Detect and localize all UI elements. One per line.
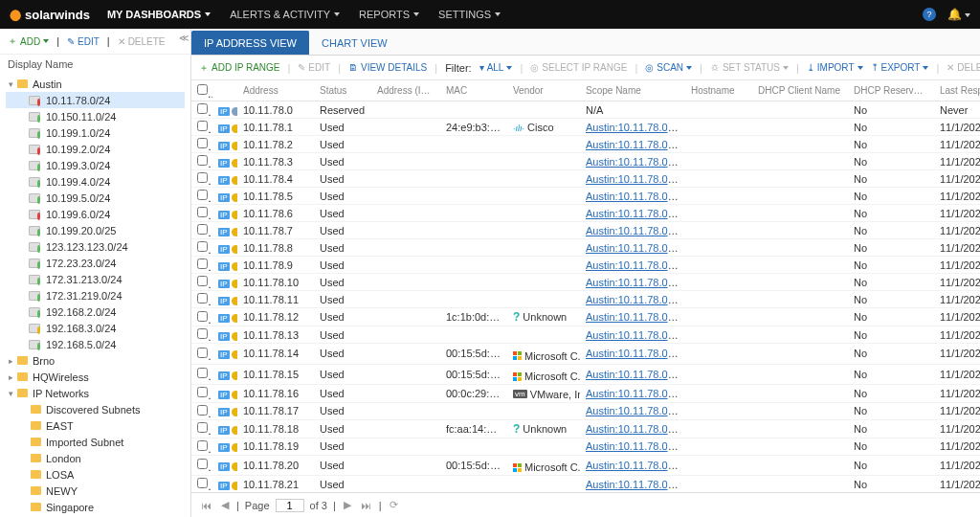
import-button[interactable]: ⤓ IMPORT [807,62,863,73]
scope-link[interactable]: Austin:10.11.78.0/24 [586,173,682,185]
tree-subnet-10-199-4-0-24[interactable]: 10.199.4.0/24 [6,173,185,190]
scope-link[interactable]: Austin:10.11.78.0/24 [586,242,682,254]
row-checkbox[interactable] [197,241,208,252]
col-header[interactable]: DHCP Reservation [848,80,934,101]
select-all-checkbox[interactable] [197,84,208,95]
table-row[interactable]: IP10.11.78.16Used00:0c:29:c6...vm VMware… [191,385,980,403]
row-checkbox[interactable] [197,459,208,469]
tree-subnet-10-199-5-0-24[interactable]: 10.199.5.0/24 [6,190,185,206]
table-row[interactable]: IP10.11.78.13UsedAustin:10.11.78.0/24No1… [191,326,980,344]
table-row[interactable]: IP10.11.78.11UsedAustin:10.11.78.0/24No1… [191,291,980,308]
tree-subnet-123-123-123-0-24[interactable]: 123.123.123.0/24 [6,238,185,255]
page-prev-button[interactable]: ◀ [219,499,231,511]
col-header[interactable] [191,80,212,101]
tree-subnet-192-168-3-0-24[interactable]: 192.168.3.0/24 [6,320,185,336]
table-row[interactable]: IP10.11.78.14Used00:15:5d:d1... Microsof… [191,344,980,365]
scope-link[interactable]: Austin:10.11.78.0/24 [586,294,682,305]
ip-table-wrap[interactable]: AddressStatusAddress (IPv6)MACVendorScop… [191,80,980,492]
tree-subnet-10-199-1-0-24[interactable]: 10.199.1.0/24 [6,124,185,141]
export-button[interactable]: ⤒ EXPORT [871,62,929,73]
row-checkbox[interactable] [197,103,208,114]
tree-folder-east[interactable]: EAST [6,417,185,434]
page-last-button[interactable]: ⏭ [359,500,373,511]
row-checkbox[interactable] [197,207,208,217]
scope-link[interactable]: Austin:10.11.78.0/24 [586,208,682,219]
tree-subnet-10-150-11-0-24[interactable]: 10.150.11.0/24 [6,108,185,124]
tree-folder-imported-subnet[interactable]: Imported Subnet [6,434,185,450]
scope-link[interactable]: Austin:10.11.78.0/24 [586,479,682,490]
filter-all-button[interactable]: ▾ ALL [479,62,513,73]
sidebar-delete-button[interactable]: ✕ DELETE [118,36,166,47]
scan-button[interactable]: ◎ SCAN [645,62,692,73]
table-row[interactable]: IP10.11.78.5UsedAustin:10.11.78.0/24No11… [191,188,980,205]
select-ip-range-button[interactable]: ◎ SELECT IP RANGE [530,62,627,73]
tree-subnet-10-199-6-0-24[interactable]: 10.199.6.0/24 [6,206,185,222]
table-row[interactable]: IP10.11.78.10UsedAustin:10.11.78.0/24No1… [191,274,980,291]
nav-item-my-dashboards[interactable]: MY DASHBOARDS [107,9,211,20]
row-checkbox[interactable] [197,422,208,433]
tree-folder-brno[interactable]: ▸Brno [6,352,185,369]
row-checkbox[interactable] [197,138,208,148]
tab-ip-address-view[interactable]: IP ADDRESS VIEW [191,31,309,55]
tree-subnet-10-11-78-0-24[interactable]: 10.11.78.0/24 [6,92,185,108]
row-checkbox[interactable] [197,311,208,322]
row-checkbox[interactable] [197,155,208,166]
collapse-sidebar-button[interactable]: ≪ [179,33,189,43]
add-ip-range-button[interactable]: ＋ ADD IP RANGE [199,61,280,75]
nav-item-reports[interactable]: REPORTS [359,9,419,20]
tree-folder-newy[interactable]: NEWY [6,483,185,499]
table-row[interactable]: IP10.11.78.4UsedAustin:10.11.78.0/24No11… [191,170,980,188]
table-row[interactable]: IP10.11.78.9UsedAustin:10.11.78.0/24No11… [191,257,980,274]
row-checkbox[interactable] [197,293,208,303]
row-checkbox[interactable] [197,440,208,451]
row-checkbox[interactable] [197,172,208,183]
help-button[interactable]: ? [923,8,936,21]
scope-link[interactable]: Austin:10.11.78.0/24 [586,405,682,416]
scope-link[interactable]: Austin:10.11.78.0/24 [586,369,682,380]
col-header[interactable]: Address [237,80,314,101]
scope-link[interactable]: Austin:10.11.78.0/24 [586,311,682,323]
scope-link[interactable]: Austin:10.11.78.0/24 [586,460,682,471]
tree-folder-discovered-subnets[interactable]: Discovered Subnets [6,401,185,417]
scope-link[interactable]: Austin:10.11.78.0/24 [586,329,682,341]
table-row[interactable]: IP10.11.78.6UsedAustin:10.11.78.0/24No11… [191,205,980,222]
table-row[interactable]: IP10.11.78.1Used24:e9:b3:3...·ılı· Cisco… [191,119,980,136]
table-row[interactable]: IP10.11.78.2UsedAustin:10.11.78.0/24No11… [191,136,980,153]
row-checkbox[interactable] [197,478,208,488]
row-checkbox[interactable] [197,368,208,378]
scope-link[interactable]: Austin:10.11.78.0/24 [586,225,682,236]
tree-subnet-10-199-3-0-24[interactable]: 10.199.3.0/24 [6,157,185,173]
row-checkbox[interactable] [197,348,208,358]
col-header[interactable]: Hostname [685,80,752,101]
scope-link[interactable]: Austin:10.11.78.0/24 [586,277,682,288]
row-checkbox[interactable] [197,405,208,416]
col-header[interactable]: Status [314,80,371,101]
row-checkbox[interactable] [197,258,208,269]
page-next-button[interactable]: ▶ [342,499,353,511]
view-details-button[interactable]: 🗎 VIEW DETAILS [348,62,427,73]
row-checkbox[interactable] [197,276,208,286]
row-checkbox[interactable] [197,224,208,235]
nav-item-alerts-activity[interactable]: ALERTS & ACTIVITY [230,9,340,20]
nav-item-settings[interactable]: SETTINGS [438,9,501,20]
scope-link[interactable]: Austin:10.11.78.0/24 [586,440,682,452]
tree-subnet-192-168-5-0-24[interactable]: 192.168.5.0/24 [6,336,185,352]
scope-link[interactable]: Austin:10.11.78.0/24 [586,139,682,150]
tree-subnet-172-23-23-0-24[interactable]: 172.23.23.0/24 [6,255,185,271]
col-header[interactable]: DHCP Client Name [752,80,848,101]
table-row[interactable]: IP10.11.78.15Used00:15:5d:e... Microsoft… [191,364,980,385]
tree-subnet-172-31-213-0-24[interactable]: 172.31.213.0/24 [6,271,185,287]
tree-subnet-192-168-2-0-24[interactable]: 192.168.2.0/24 [6,303,185,320]
tree-folder-hqwireless[interactable]: ▸HQWireless [6,369,185,385]
table-row[interactable]: IP10.11.78.12Used1c:1b:0d:cf...? Unknown… [191,308,980,326]
page-first-button[interactable]: ⏮ [199,500,213,511]
scope-link[interactable]: Austin:10.11.78.0/24 [586,191,682,202]
tree-subnet-10-199-2-0-24[interactable]: 10.199.2.0/24 [6,141,185,157]
col-header[interactable] [212,80,237,101]
table-row[interactable]: IP10.11.78.3UsedAustin:10.11.78.0/24No11… [191,153,980,170]
table-row[interactable]: IP10.11.78.7UsedAustin:10.11.78.0/24No11… [191,222,980,239]
row-checkbox[interactable] [197,387,208,397]
refresh-button[interactable]: ⟳ [388,499,400,511]
tree-folder-ip-networks[interactable]: ▾IP Networks [6,385,185,401]
scope-link[interactable]: Austin:10.11.78.0/24 [586,156,682,168]
